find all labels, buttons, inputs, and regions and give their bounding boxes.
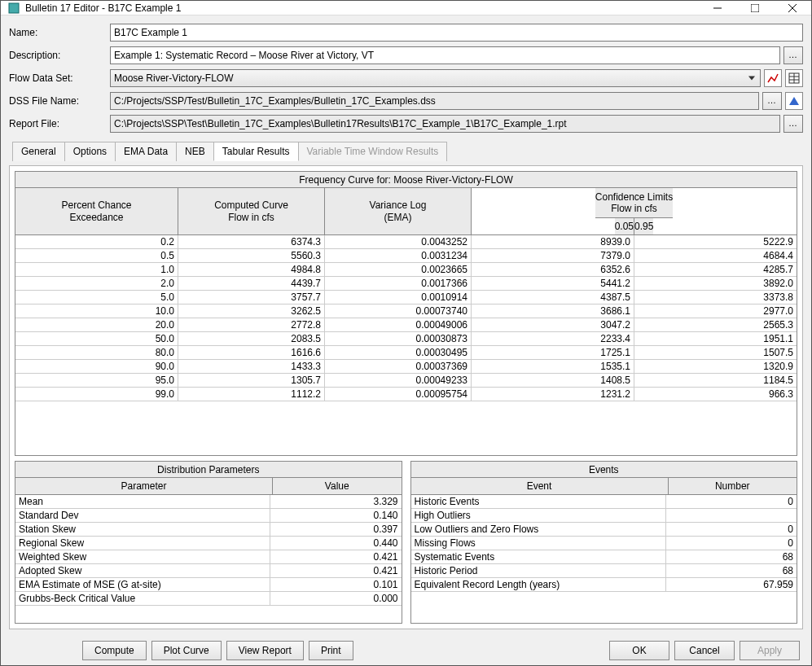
tab-ema-data[interactable]: EMA Data: [115, 142, 177, 161]
flowdataset-dropdown[interactable]: Moose River-Victory-FLOW: [110, 69, 761, 87]
reportfile-browse-button[interactable]: …: [783, 115, 803, 133]
dss-plot-blue-icon[interactable]: [785, 92, 803, 110]
tab-tabular-results[interactable]: Tabular Results: [213, 142, 299, 161]
dssfile-input: [110, 92, 759, 110]
distribution-parameters-table: Distribution Parameters Parameter Value …: [15, 461, 402, 624]
table-row: Regional Skew0.440: [15, 537, 402, 550]
col-percent-chance: Percent Chance Exceedance: [15, 188, 178, 235]
description-browse-button[interactable]: …: [783, 46, 803, 64]
table-row: EMA Estimate of MSE (G at-site)0.101: [15, 578, 402, 592]
description-input[interactable]: [110, 46, 780, 64]
close-button[interactable]: [774, 1, 811, 15]
titlebar: Bulletin 17 Editor - B17C Example 1: [1, 1, 811, 15]
events-title: Events: [411, 462, 797, 478]
col-conf-05: 0.05: [615, 218, 634, 234]
table-row[interactable]: 1.04984.80.00236656352.64285.7: [15, 263, 797, 277]
name-input[interactable]: [110, 24, 803, 42]
compute-button[interactable]: Compute: [82, 641, 147, 660]
apply-button: Apply: [740, 641, 800, 660]
col-variance-log: Variance Log (EMA): [325, 188, 472, 235]
reportfile-input: [110, 115, 780, 133]
table-row[interactable]: 5.03757.70.00109144387.53373.8: [15, 291, 797, 305]
frequency-rows[interactable]: 0.26374.30.00432528939.05222.90.55560.30…: [15, 235, 797, 455]
view-report-button[interactable]: View Report: [226, 641, 304, 660]
table-row: High Outliers: [411, 509, 797, 523]
table-row: Station Skew0.397: [15, 523, 402, 537]
table-row[interactable]: 20.02772.80.000490063047.22565.3: [15, 318, 797, 332]
maximize-button[interactable]: [736, 1, 774, 15]
col-value: Value: [273, 478, 402, 494]
col-computed-curve: Computed Curve Flow in cfs: [178, 188, 325, 235]
svg-rect-2: [751, 4, 759, 12]
table-row[interactable]: 80.01616.60.000304951725.11507.5: [15, 346, 797, 360]
table-row: Standard Dev0.140: [15, 509, 402, 523]
col-number: Number: [669, 478, 797, 494]
distribution-rows: Mean3.329Standard Dev0.140Station Skew0.…: [15, 495, 402, 623]
table-row: Missing Flows0: [411, 537, 797, 550]
events-rows: Historic Events0High OutliersLow Outlier…: [411, 495, 797, 623]
flow-plot-red-icon[interactable]: [764, 69, 782, 87]
app-icon: [7, 2, 20, 15]
flowdataset-label: Flow Data Set:: [9, 72, 107, 84]
table-row[interactable]: 0.26374.30.00432528939.05222.9: [15, 235, 797, 249]
col-confidence-limits: Confidence Limits Flow in cfs 0.05 0.95: [472, 188, 797, 235]
print-button[interactable]: Print: [309, 641, 353, 660]
frequency-curve-title: Frequency Curve for: Moose River-Victory…: [15, 172, 797, 188]
table-row[interactable]: 99.01112.20.000957541231.2966.3: [15, 388, 797, 401]
dssfile-browse-button[interactable]: …: [762, 92, 782, 110]
table-row[interactable]: 2.04439.70.00173665441.23892.0: [15, 277, 797, 291]
col-parameter: Parameter: [15, 478, 273, 494]
table-row[interactable]: 10.03262.50.000737403686.12977.0: [15, 305, 797, 318]
dssfile-label: DSS File Name:: [9, 95, 107, 107]
table-row: Low Outliers and Zero Flows0: [411, 523, 797, 537]
tabstrip: General Options EMA Data NEB Tabular Res…: [9, 141, 803, 160]
content-area: Name: Description: … Flow Data Set: Moos…: [1, 15, 811, 665]
minimize-button[interactable]: [699, 1, 736, 15]
bulletin17-editor-window: Bulletin 17 Editor - B17C Example 1 Name…: [0, 0, 812, 666]
table-row: Mean3.329: [15, 495, 402, 509]
table-row[interactable]: 50.02083.50.000308732233.41951.1: [15, 332, 797, 346]
table-row[interactable]: 0.55560.30.00312347379.04684.4: [15, 249, 797, 263]
table-row: Grubbs-Beck Critical Value0.000: [15, 592, 402, 606]
tab-neb[interactable]: NEB: [176, 142, 214, 161]
table-row: Systematic Events68: [411, 550, 797, 564]
table-row: Adopted Skew0.421: [15, 564, 402, 578]
tabular-results-panel: Frequency Curve for: Moose River-Victory…: [9, 165, 803, 629]
description-label: Description:: [9, 50, 107, 61]
table-row: Historic Events0: [411, 495, 797, 509]
table-row: Weighted Skew0.421: [15, 550, 402, 564]
reportfile-label: Report File:: [9, 118, 107, 129]
tab-variable-time-window: Variable Time Window Results: [298, 142, 448, 161]
col-event: Event: [411, 478, 669, 494]
tab-options[interactable]: Options: [64, 142, 116, 161]
footer-buttons: Compute Plot Curve View Report Print OK …: [9, 634, 803, 660]
name-label: Name:: [9, 27, 107, 38]
window-title: Bulletin 17 Editor - B17C Example 1: [25, 2, 699, 14]
distribution-title: Distribution Parameters: [15, 462, 402, 478]
svg-marker-9: [789, 97, 799, 105]
col-conf-95: 0.95: [634, 218, 653, 234]
svg-rect-0: [9, 3, 19, 13]
cancel-button[interactable]: Cancel: [674, 641, 735, 660]
table-row[interactable]: 90.01433.30.000373691535.11320.9: [15, 360, 797, 374]
tab-general[interactable]: General: [12, 142, 65, 161]
ok-button[interactable]: OK: [609, 641, 669, 660]
frequency-curve-table: Frequency Curve for: Moose River-Victory…: [15, 171, 797, 456]
flow-table-icon[interactable]: [785, 69, 803, 87]
events-table: Events Event Number Historic Events0High…: [410, 461, 798, 624]
table-row[interactable]: 95.01305.70.000492331408.51184.5: [15, 374, 797, 388]
table-row: Historic Period68: [411, 564, 797, 578]
plot-curve-button[interactable]: Plot Curve: [151, 641, 222, 660]
table-row: Equivalent Record Length (years)67.959: [411, 578, 797, 592]
